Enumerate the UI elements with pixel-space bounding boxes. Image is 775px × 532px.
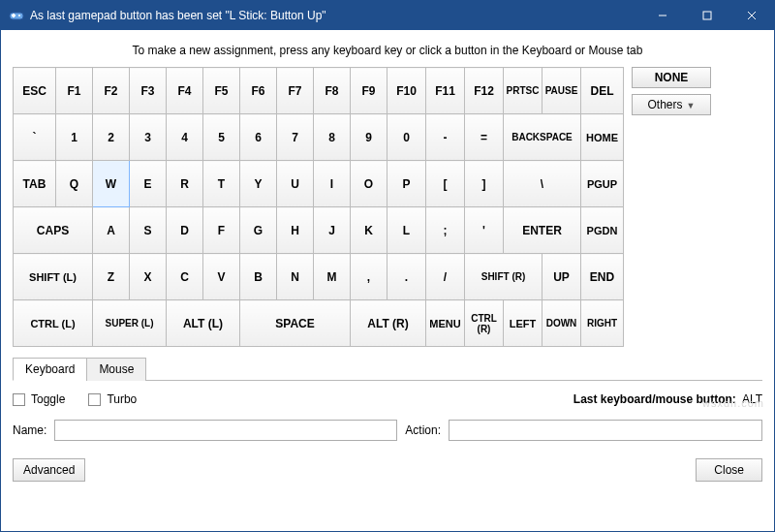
key-f[interactable]: F [203, 207, 240, 254]
key-7[interactable]: 7 [277, 114, 314, 161]
key-h[interactable]: H [277, 207, 314, 254]
key-p[interactable]: P [388, 161, 426, 207]
key-q[interactable]: Q [56, 161, 93, 207]
key-f3[interactable]: F3 [130, 68, 167, 114]
key-lshift[interactable]: SHIFT (L) [14, 254, 93, 300]
others-dropdown[interactable]: Others▼ [632, 94, 711, 115]
key-esc[interactable]: ESC [14, 68, 56, 114]
key-f7[interactable]: F7 [277, 68, 314, 114]
advanced-button[interactable]: Advanced [13, 458, 85, 482]
key-f1[interactable]: F1 [56, 68, 93, 114]
key-caps[interactable]: CAPS [14, 207, 93, 254]
key-j[interactable]: J [314, 207, 351, 254]
name-input[interactable] [54, 420, 397, 441]
key-d[interactable]: D [167, 207, 203, 254]
key-n[interactable]: N [277, 254, 314, 300]
key-c[interactable]: C [167, 254, 203, 300]
last-button-info: Last keyboard/mouse button: ALT [574, 392, 762, 406]
key-backslash[interactable]: \ [504, 161, 581, 207]
key-w[interactable]: W [93, 161, 130, 207]
key-3[interactable]: 3 [130, 114, 167, 161]
key-8[interactable]: 8 [314, 114, 351, 161]
key-rbracket[interactable]: ] [465, 161, 504, 207]
key-quote[interactable]: ' [465, 207, 504, 254]
action-input[interactable] [449, 420, 762, 441]
key-comma[interactable]: , [351, 254, 388, 300]
key-semicolon[interactable]: ; [426, 207, 465, 254]
key-f10[interactable]: F10 [388, 68, 426, 114]
key-home[interactable]: HOME [581, 114, 624, 161]
key-f4[interactable]: F4 [167, 68, 203, 114]
key-f5[interactable]: F5 [203, 68, 240, 114]
key-1[interactable]: 1 [56, 114, 93, 161]
key-f12[interactable]: F12 [465, 68, 504, 114]
toggle-checkbox[interactable]: Toggle [13, 392, 65, 406]
tab-mouse[interactable]: Mouse [86, 358, 146, 381]
key-backspace[interactable]: BACKSPACE [504, 114, 581, 161]
key-left[interactable]: LEFT [504, 300, 542, 347]
key-6[interactable]: 6 [240, 114, 277, 161]
key-backtick[interactable]: ` [14, 114, 56, 161]
key-menu[interactable]: MENU [426, 300, 465, 347]
key-lsuper[interactable]: SUPER (L) [93, 300, 167, 347]
key-o[interactable]: O [351, 161, 388, 207]
bottom-row: Advanced Close [13, 458, 762, 482]
key-rctrl[interactable]: CTRL (R) [465, 300, 504, 347]
key-f8[interactable]: F8 [314, 68, 351, 114]
minimize-button[interactable] [640, 1, 685, 30]
key-enter[interactable]: ENTER [504, 207, 581, 254]
key-pgdn[interactable]: PGDN [581, 207, 624, 254]
key-x[interactable]: X [130, 254, 167, 300]
none-button[interactable]: NONE [632, 67, 711, 88]
key-t[interactable]: T [203, 161, 240, 207]
key-z[interactable]: Z [93, 254, 130, 300]
key-u[interactable]: U [277, 161, 314, 207]
key-y[interactable]: Y [240, 161, 277, 207]
key-up[interactable]: UP [542, 254, 581, 300]
key-m[interactable]: M [314, 254, 351, 300]
key-pause[interactable]: PAUSE [542, 68, 581, 114]
key-l[interactable]: L [388, 207, 426, 254]
key-end[interactable]: END [581, 254, 624, 300]
key-f9[interactable]: F9 [351, 68, 388, 114]
tab-keyboard[interactable]: Keyboard [13, 358, 87, 381]
key-4[interactable]: 4 [167, 114, 203, 161]
key-g[interactable]: G [240, 207, 277, 254]
key-slash[interactable]: / [426, 254, 465, 300]
key-e[interactable]: E [130, 161, 167, 207]
key-f11[interactable]: F11 [426, 68, 465, 114]
key-f2[interactable]: F2 [93, 68, 130, 114]
key-prtsc[interactable]: PRTSC [504, 68, 542, 114]
key-period[interactable]: . [388, 254, 426, 300]
key-lbracket[interactable]: [ [426, 161, 465, 207]
key-r[interactable]: R [167, 161, 203, 207]
key-k[interactable]: K [351, 207, 388, 254]
key-lctrl[interactable]: CTRL (L) [14, 300, 93, 347]
key-s[interactable]: S [130, 207, 167, 254]
close-window-button[interactable] [729, 1, 774, 30]
key-b[interactable]: B [240, 254, 277, 300]
tabs: Keyboard Mouse [13, 357, 762, 381]
key-ralt[interactable]: ALT (R) [351, 300, 426, 347]
key-space[interactable]: SPACE [240, 300, 351, 347]
key-i[interactable]: I [314, 161, 351, 207]
key-down[interactable]: DOWN [542, 300, 581, 347]
key-minus[interactable]: - [426, 114, 465, 161]
key-a[interactable]: A [93, 207, 130, 254]
key-9[interactable]: 9 [351, 114, 388, 161]
key-del[interactable]: DEL [581, 68, 624, 114]
maximize-button[interactable] [685, 1, 729, 30]
key-rshift[interactable]: SHIFT (R) [465, 254, 542, 300]
key-5[interactable]: 5 [203, 114, 240, 161]
key-0[interactable]: 0 [388, 114, 426, 161]
key-lalt[interactable]: ALT (L) [167, 300, 240, 347]
key-tab[interactable]: TAB [14, 161, 56, 207]
key-equals[interactable]: = [465, 114, 504, 161]
turbo-checkbox[interactable]: Turbo [88, 392, 137, 406]
key-f6[interactable]: F6 [240, 68, 277, 114]
key-v[interactable]: V [203, 254, 240, 300]
key-2[interactable]: 2 [93, 114, 130, 161]
close-button[interactable]: Close [696, 458, 762, 482]
key-pgup[interactable]: PGUP [581, 161, 624, 207]
key-right[interactable]: RIGHT [581, 300, 624, 347]
